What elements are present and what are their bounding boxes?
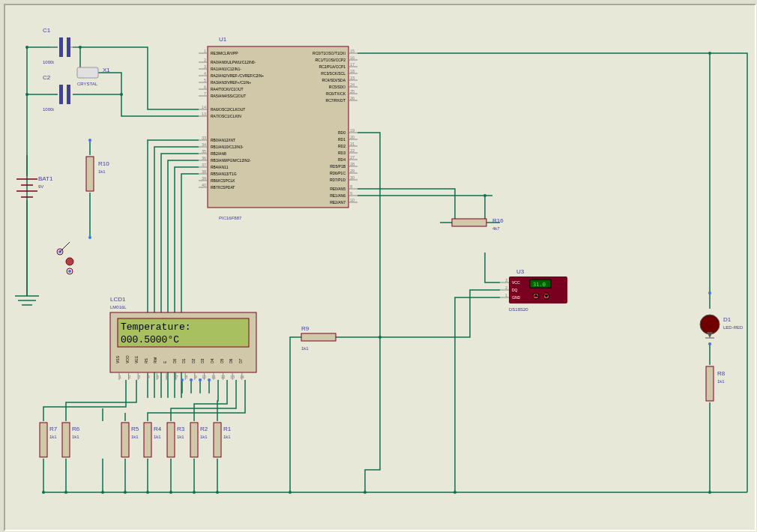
svg-text:1k1: 1k1: [177, 435, 184, 439]
svg-rect-261: [706, 366, 714, 401]
component-r7[interactable]: R71k1: [40, 423, 58, 457]
svg-text:D5: D5: [220, 358, 224, 363]
svg-text:RA0/AN0/ULPWU/C12IN0-: RA0/AN0/ULPWU/C12IN0-: [211, 60, 256, 64]
component-u3[interactable]: U3 DS18S20 3 2 1 VCC DQ GND 31.0: [500, 268, 567, 312]
svg-text:29: 29: [350, 169, 355, 173]
svg-point-23: [708, 291, 711, 294]
svg-point-17: [64, 491, 67, 494]
svg-text:33: 33: [202, 136, 206, 140]
svg-text:RA2/AN2/VREF-/CVREF/C2IN+: RA2/AN2/VREF-/CVREF/C2IN+: [211, 73, 264, 78]
svg-text:RB3/AN9/PGM/C12IN2-: RB3/AN9/PGM/C12IN2-: [211, 158, 251, 163]
svg-rect-35: [59, 85, 63, 104]
svg-rect-39: [77, 67, 98, 78]
component-r16[interactable]: R16 4k7: [452, 217, 504, 231]
svg-point-1: [25, 93, 28, 96]
svg-point-10: [289, 491, 292, 494]
svg-text:PIC16F887: PIC16F887: [219, 216, 242, 220]
svg-text:BAT1: BAT1: [38, 175, 53, 182]
svg-rect-48: [86, 157, 94, 191]
svg-text:RB2/AN8: RB2/AN8: [211, 151, 226, 156]
svg-text:26: 26: [350, 96, 355, 100]
svg-text:13: 13: [202, 112, 206, 116]
svg-text:D1: D1: [181, 358, 186, 363]
svg-text:R2: R2: [200, 426, 208, 432]
svg-point-24: [708, 342, 711, 345]
svg-text:VDD: VDD: [125, 355, 130, 363]
svg-text:LCD1: LCD1: [110, 296, 126, 303]
svg-text:2: 2: [505, 285, 507, 290]
svg-text:D2: D2: [191, 358, 196, 363]
svg-text:R7: R7: [49, 426, 58, 432]
svg-text:RD3: RD3: [338, 151, 346, 155]
component-lcd1[interactable]: LCD1 LM016L Temperature: 000.5000°C VSS1…: [110, 296, 256, 380]
svg-text:8: 8: [350, 184, 352, 189]
svg-text:R1: R1: [223, 426, 232, 432]
component-r3[interactable]: R31k1: [167, 423, 185, 457]
svg-text:RA1/AN1/C12IN1-: RA1/AN1/C12IN1-: [211, 67, 241, 71]
component-bat1[interactable]: BAT1 9V: [16, 175, 53, 197]
svg-text:RE1/AN6: RE1/AN6: [330, 193, 346, 198]
svg-text:R9: R9: [301, 325, 310, 332]
svg-text:D1: D1: [723, 316, 732, 323]
svg-text:D4: D4: [210, 358, 214, 363]
component-r8[interactable]: R8 1k1: [706, 366, 726, 401]
component-r1[interactable]: R11k1: [214, 423, 232, 457]
svg-text:RD4: RD4: [338, 157, 346, 162]
component-r6[interactable]: R61k1: [62, 423, 80, 457]
svg-text:21: 21: [350, 142, 355, 146]
component-button[interactable]: [57, 242, 73, 274]
svg-rect-235: [301, 333, 336, 341]
svg-text:RC5/SDO: RC5/SDO: [329, 85, 346, 89]
svg-text:D3: D3: [200, 358, 205, 363]
svg-text:4k7: 4k7: [492, 226, 500, 231]
component-u1[interactable]: U1 PIC16F887 1RE3/MCLR/VPP2RA0/AN0/ULPWU…: [199, 36, 358, 220]
svg-text:RW: RW: [153, 357, 157, 363]
svg-text:DQ: DQ: [512, 288, 518, 292]
svg-text:D7: D7: [238, 358, 243, 363]
svg-text:38: 38: [202, 169, 206, 174]
component-r4[interactable]: R41k1: [144, 423, 162, 457]
svg-text:27: 27: [350, 155, 355, 160]
svg-text:LED-RED: LED-RED: [723, 325, 744, 330]
svg-text:DS18S20: DS18S20: [509, 307, 528, 312]
svg-point-19: [88, 139, 91, 142]
svg-text:37: 37: [202, 163, 206, 167]
svg-text:3: 3: [505, 278, 507, 282]
svg-text:9: 9: [350, 191, 352, 196]
component-c1[interactable]: C1 1000t: [43, 27, 78, 64]
svg-text:LM016L: LM016L: [110, 305, 127, 309]
svg-point-20: [88, 236, 91, 239]
component-r10[interactable]: R10 1k1: [86, 157, 109, 191]
component-r2[interactable]: R21k1: [190, 423, 208, 457]
svg-text:RA5/AN4/SS/C2OUT: RA5/AN4/SS/C2OUT: [211, 94, 246, 98]
svg-text:36: 36: [202, 156, 206, 160]
component-c2[interactable]: C2 1000t: [43, 74, 70, 112]
svg-text:1: 1: [505, 293, 507, 297]
component-r9[interactable]: R9 1k1: [301, 325, 336, 351]
svg-rect-217: [62, 423, 70, 457]
svg-text:34: 34: [202, 142, 206, 147]
svg-text:39: 39: [202, 176, 206, 181]
svg-text:40: 40: [202, 183, 206, 187]
svg-text:16: 16: [350, 55, 355, 60]
svg-point-2: [120, 93, 123, 96]
svg-text:U1: U1: [219, 36, 227, 43]
svg-text:RE2/AN7: RE2/AN7: [330, 200, 346, 205]
component-r5[interactable]: R51k1: [121, 423, 139, 457]
svg-point-5: [483, 194, 486, 197]
svg-text:RC6/TX/CK: RC6/TX/CK: [326, 91, 346, 96]
schematic-canvas[interactable]: C1 1000t C2 1000t X1 CRYSTAL BAT1 9V R10…: [4, 4, 756, 531]
svg-point-28: [208, 378, 211, 381]
svg-text:X1: X1: [103, 67, 110, 73]
svg-text:RB1/AN10/C12IN3-: RB1/AN10/C12IN3-: [211, 145, 244, 149]
svg-text:RD2: RD2: [338, 144, 346, 148]
svg-point-16: [101, 491, 104, 494]
component-d1[interactable]: D1 LED-RED: [700, 315, 744, 338]
svg-text:RC1/T1OSI/CCP2: RC1/T1OSI/CCP2: [315, 58, 346, 62]
svg-text:1k1: 1k1: [72, 435, 79, 439]
svg-text:000.5000°C: 000.5000°C: [121, 334, 179, 345]
svg-text:31.0: 31.0: [533, 282, 546, 288]
component-x1[interactable]: X1 CRYSTAL: [77, 67, 110, 86]
svg-text:RB7/ICSPDAT: RB7/ICSPDAT: [211, 185, 235, 190]
svg-point-25: [181, 378, 184, 381]
